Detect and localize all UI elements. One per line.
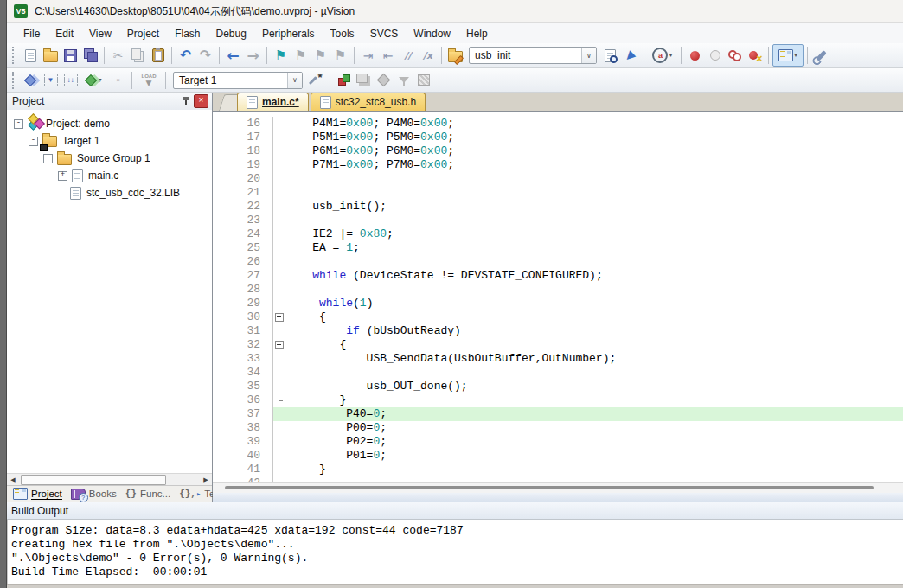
tree-item-target-1[interactable]: -Target 1 bbox=[7, 132, 212, 150]
undo-button[interactable]: ↶ bbox=[176, 45, 195, 66]
find-combo-value[interactable]: usb_init bbox=[470, 49, 581, 61]
stop-build-button[interactable]: × bbox=[108, 70, 128, 91]
menu-item-help[interactable]: Help bbox=[458, 25, 496, 42]
code-line-22[interactable]: 22 usb_init(); bbox=[213, 200, 903, 214]
minus-expander-icon[interactable]: - bbox=[43, 154, 53, 163]
menu-item-flash[interactable]: Flash bbox=[167, 25, 208, 42]
code-line-31[interactable]: 31 if (bUsbOutReady) bbox=[213, 324, 903, 338]
minus-expander-icon[interactable]: - bbox=[14, 119, 23, 129]
editor-hscrollbar-thumb[interactable] bbox=[225, 486, 874, 489]
menu-item-view[interactable]: View bbox=[81, 25, 119, 42]
toolbar-grip[interactable] bbox=[12, 47, 16, 64]
kill-breakpoints-button[interactable] bbox=[725, 45, 745, 66]
editor-tab-main-c[interactable]: main.c* bbox=[237, 93, 309, 111]
fold-collapse-icon[interactable] bbox=[273, 338, 285, 352]
code-editor[interactable]: 16 P4M1=0x00; P4M0=0x00;17 P5M1=0x00; P5… bbox=[213, 112, 903, 487]
scroll-right-arrow-icon[interactable]: ▶ bbox=[200, 474, 212, 486]
code-line-38[interactable]: 38 P00=0; bbox=[213, 421, 903, 435]
code-line-33[interactable]: 33 USB_SendData(UsbOutBuffer,OutNumber); bbox=[213, 352, 903, 366]
manage-components-button[interactable] bbox=[334, 70, 354, 91]
code-line-23[interactable]: 23 bbox=[213, 214, 903, 227]
find-combo[interactable]: usb_init ∨ bbox=[469, 47, 597, 64]
project-window-toggle-button[interactable]: ▾ bbox=[772, 44, 804, 67]
disable-breakpoint-button[interactable] bbox=[705, 45, 725, 66]
code-line-26[interactable]: 26 bbox=[213, 255, 903, 269]
code-line-30[interactable]: 30 { bbox=[213, 310, 903, 324]
memory-map-button[interactable] bbox=[413, 70, 433, 91]
toggle-bookmark-button[interactable]: ⚑ bbox=[271, 45, 291, 66]
code-line-35[interactable]: 35 usb_OUT_done(); bbox=[213, 380, 903, 393]
code-line-21[interactable]: 21 bbox=[213, 186, 903, 200]
paste-button[interactable] bbox=[148, 45, 168, 66]
translate-button[interactable] bbox=[21, 70, 41, 91]
navigate-back-button[interactable]: ← bbox=[223, 45, 243, 66]
build-output-content[interactable]: Program Size: data=8.3 edata+hdata=425 x… bbox=[7, 520, 903, 585]
scroll-left-arrow-icon[interactable]: ◀ bbox=[7, 474, 19, 486]
code-line-27[interactable]: 27 while (DeviceState != DEVSTATE_CONFIG… bbox=[213, 269, 903, 283]
code-line-37[interactable]: 37 P40=0; bbox=[213, 407, 903, 421]
unindent-button[interactable]: ⇤ bbox=[378, 45, 398, 66]
minus-expander-icon[interactable]: - bbox=[29, 137, 38, 146]
find-button[interactable] bbox=[600, 45, 620, 66]
menu-item-debug[interactable]: Debug bbox=[208, 25, 254, 42]
save-all-button[interactable] bbox=[80, 45, 100, 66]
menu-item-svcs[interactable]: SVCS bbox=[362, 25, 407, 42]
find-combo-dropdown[interactable]: ∨ bbox=[581, 48, 596, 63]
menu-item-file[interactable]: File bbox=[16, 25, 48, 42]
scrollbar-thumb[interactable] bbox=[21, 475, 166, 485]
options-for-target-button[interactable] bbox=[306, 70, 326, 91]
editor-hscrollbar[interactable] bbox=[213, 482, 903, 494]
fold-collapse-icon[interactable] bbox=[273, 310, 285, 324]
code-line-16[interactable]: 16 P4M1=0x00; P4M0=0x00; bbox=[213, 117, 903, 131]
menu-item-peripherals[interactable]: Peripherals bbox=[254, 25, 323, 42]
find-in-files-button[interactable] bbox=[445, 45, 465, 66]
open-file-button[interactable] bbox=[41, 45, 61, 66]
comment-button[interactable]: // bbox=[398, 45, 418, 66]
filter-button[interactable] bbox=[394, 70, 413, 91]
cut-button[interactable]: ✂ bbox=[108, 45, 128, 66]
tree-item-main-c[interactable]: +main.c bbox=[7, 167, 212, 184]
prev-bookmark-button[interactable]: ⚑ bbox=[291, 45, 311, 66]
next-bookmark-button[interactable]: ⚑ bbox=[311, 45, 330, 66]
insert-breakpoint-button[interactable] bbox=[685, 45, 705, 66]
code-line-25[interactable]: 25 EA = 1; bbox=[213, 241, 903, 255]
editor-splitter[interactable] bbox=[213, 493, 903, 502]
menu-item-tools[interactable]: Tools bbox=[323, 25, 362, 42]
navigate-forward-button[interactable]: → bbox=[243, 45, 263, 66]
kill-all-breakpoints-button[interactable] bbox=[745, 45, 765, 66]
code-line-32[interactable]: 32 { bbox=[213, 338, 903, 352]
code-line-36[interactable]: 36 } bbox=[213, 393, 903, 407]
menu-item-window[interactable]: Window bbox=[406, 25, 458, 42]
code-line-17[interactable]: 17 P5M1=0x00; P5M0=0x00; bbox=[213, 131, 903, 144]
code-line-39[interactable]: 39 P02=0; bbox=[213, 435, 903, 449]
batch-build-button[interactable]: ▾ bbox=[80, 70, 108, 91]
target-combo[interactable]: Target 1 ∨ bbox=[173, 72, 303, 89]
code-line-34[interactable]: 34 bbox=[213, 366, 903, 380]
menu-item-project[interactable]: Project bbox=[119, 25, 167, 42]
multi-project-button[interactable] bbox=[354, 70, 374, 91]
code-line-28[interactable]: 28 bbox=[213, 283, 903, 297]
code-line-40[interactable]: 40 P01=0; bbox=[213, 449, 903, 463]
code-line-20[interactable]: 20 bbox=[213, 172, 903, 186]
clear-bookmarks-button[interactable]: ⚑ bbox=[330, 45, 350, 66]
code-line-29[interactable]: 29 while(1) bbox=[213, 297, 903, 310]
target-combo-value[interactable]: Target 1 bbox=[174, 74, 287, 86]
indent-button[interactable]: ⇥ bbox=[358, 45, 378, 66]
download-button[interactable]: LOAD▼ bbox=[136, 70, 162, 91]
flash-diamond-button[interactable] bbox=[374, 70, 394, 91]
target-combo-dropdown[interactable]: ∨ bbox=[287, 73, 302, 88]
code-line-24[interactable]: 24 IE2 |= 0x80; bbox=[213, 227, 903, 241]
rebuild-button[interactable]: ↓↓ bbox=[61, 70, 80, 91]
close-panel-button[interactable]: × bbox=[194, 94, 208, 108]
pin-panel-button[interactable] bbox=[178, 94, 194, 108]
project-panel-hscrollbar[interactable]: ◀ ▶ bbox=[7, 473, 212, 486]
code-line-41[interactable]: 41 } bbox=[213, 463, 903, 476]
plus-expander-icon[interactable]: + bbox=[58, 171, 67, 181]
code-line-18[interactable]: 18 P6M1=0x00; P6M0=0x00; bbox=[213, 144, 903, 158]
tree-item-source-group-1[interactable]: -Source Group 1 bbox=[7, 150, 212, 167]
save-button[interactable] bbox=[61, 45, 80, 66]
panel-tab-project[interactable]: Project bbox=[9, 486, 67, 502]
panel-tab-func[interactable]: {}Func... bbox=[121, 486, 175, 502]
copy-button[interactable] bbox=[128, 45, 148, 66]
redo-button[interactable]: ↷ bbox=[195, 45, 215, 66]
